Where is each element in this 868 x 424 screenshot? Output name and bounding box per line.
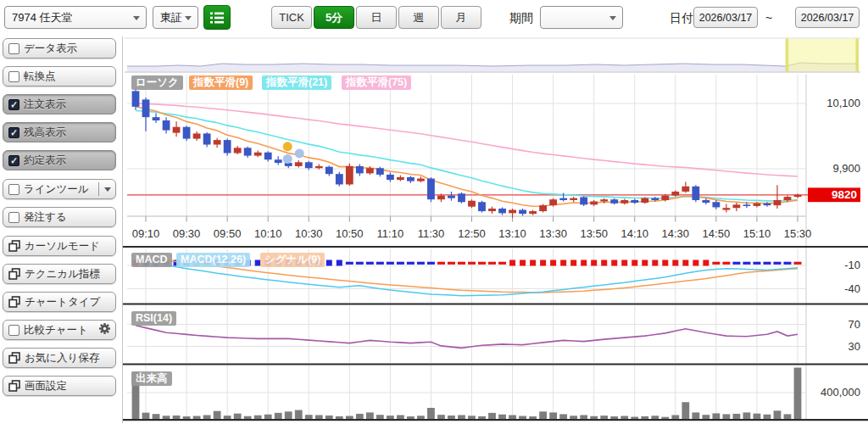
sidebar-item-label: 残高表示: [24, 126, 66, 140]
sidebar-item-label: 約定表示: [24, 153, 66, 168]
macd-legend-1: MACD(12,26): [176, 253, 250, 267]
save-favorite-icon: [8, 352, 20, 364]
main-legend-3: 指数平滑(75): [342, 75, 411, 90]
rsi-line: [136, 326, 798, 349]
chart-area[interactable]: 09:1009:3009:5010:1010:3010:5011:1011:30…: [122, 36, 868, 423]
sidebar-item-label: チャートタイプ: [25, 295, 100, 310]
svg-text:09:30: 09:30: [173, 227, 201, 240]
svg-text:10:10: 10:10: [254, 227, 282, 240]
interval-button-group: TICK5分日週月: [271, 6, 483, 29]
sidebar-item-save-favorite[interactable]: お気に入り保存: [3, 348, 116, 368]
turning-point-checkbox[interactable]: [8, 71, 19, 82]
execution-display-checkbox[interactable]: ✓: [8, 155, 19, 166]
technical-indicators-icon: [8, 268, 20, 280]
compare-chart-settings-button[interactable]: [98, 322, 111, 338]
sidebar-item-cursor-mode[interactable]: カーソルモード: [3, 236, 116, 256]
navigator: [125, 38, 860, 72]
svg-text:15:30: 15:30: [784, 227, 812, 240]
date-to-input[interactable]: 2026/03/17: [795, 7, 860, 28]
execution-marker: [283, 142, 292, 151]
interval-button-週[interactable]: 週: [398, 6, 439, 29]
rsi-legend-0: RSI(14): [131, 311, 176, 326]
sidebar-item-label: 画面設定: [25, 379, 67, 393]
panel-separator: [123, 419, 868, 421]
svg-text:13:30: 13:30: [539, 227, 567, 240]
watchlist-button[interactable]: [203, 5, 231, 30]
balance-display-checkbox[interactable]: ✓: [8, 127, 19, 138]
market-selector-value: 東証: [160, 10, 182, 25]
main-legend-2: 指数平滑(21): [262, 75, 331, 90]
sidebar-item-compare-chart[interactable]: 比較チャート: [3, 320, 116, 340]
data-display-checkbox[interactable]: [8, 43, 19, 54]
date-range-tilde: ~: [765, 11, 772, 25]
svg-text:15:10: 15:10: [743, 227, 771, 240]
sidebar-item-label: カーソルモード: [25, 239, 100, 254]
svg-text:14:30: 14:30: [662, 227, 690, 240]
sidebar-item-balance-display[interactable]: ✓残高表示: [3, 122, 116, 142]
date-label: 日付: [670, 11, 693, 26]
line-tool-checkbox[interactable]: [8, 184, 19, 195]
svg-text:14:10: 14:10: [620, 227, 648, 240]
sidebar-item-order-display[interactable]: ✓注文表示: [3, 94, 116, 114]
gear-icon: [98, 322, 111, 338]
list-icon: [209, 11, 225, 25]
sidebar-item-place-order[interactable]: 発注する: [3, 207, 116, 227]
svg-text:30: 30: [849, 340, 860, 353]
svg-text:70: 70: [849, 318, 860, 331]
chevron-down-icon: [133, 16, 140, 20]
order-display-checkbox[interactable]: ✓: [8, 99, 19, 110]
volume-legend-0: 出来高: [131, 371, 172, 386]
sidebar-item-execution-display[interactable]: ✓約定表示: [3, 150, 116, 170]
cursor-mode-icon: [8, 240, 20, 252]
sidebar-item-line-tool[interactable]: ラインツール: [3, 179, 116, 199]
sidebar-item-label: 転換点: [24, 70, 56, 84]
screen-settings-icon: [8, 380, 20, 392]
sidebar-item-screen-settings[interactable]: 画面設定: [3, 376, 116, 396]
svg-text:13:10: 13:10: [498, 227, 526, 240]
svg-text:11:10: 11:10: [377, 227, 404, 240]
chevron-down-icon: [185, 16, 192, 20]
interval-button-TICK[interactable]: TICK: [271, 6, 312, 29]
svg-text:-10: -10: [844, 259, 860, 271]
date-from-input[interactable]: 2026/03/17: [693, 7, 758, 28]
stock-selector[interactable]: 7974 任天堂: [4, 6, 147, 29]
period-label: 期間: [509, 11, 533, 26]
sidebar-item-data-display[interactable]: データ表示: [3, 38, 116, 59]
sidebar-item-label: 比較チャート: [24, 323, 88, 338]
price-chart-svg: 09:1009:3009:5010:1010:3010:5011:1011:30…: [123, 36, 868, 423]
compare-chart-checkbox[interactable]: [8, 325, 19, 336]
interval-button-月[interactable]: 月: [441, 6, 481, 29]
sidebar-item-label: テクニカル指標: [25, 267, 100, 282]
navigator-handle-left[interactable]: [786, 39, 789, 72]
sidebar-item-turning-point[interactable]: 転換点: [3, 66, 116, 86]
volume-bars: [132, 368, 802, 419]
interval-button-5分[interactable]: 5分: [314, 6, 354, 29]
svg-text:9820: 9820: [832, 188, 857, 201]
line-tool-dropdown[interactable]: [95, 182, 111, 196]
svg-text:09:50: 09:50: [214, 227, 242, 240]
market-selector[interactable]: 東証: [153, 6, 198, 29]
navigator-selection[interactable]: [786, 39, 859, 72]
svg-text:10:50: 10:50: [336, 227, 364, 240]
sidebar-item-chart-type[interactable]: チャートタイプ: [3, 292, 116, 312]
main-legend-0: ローソク: [131, 75, 183, 90]
interval-button-日[interactable]: 日: [356, 6, 397, 29]
navigator-handle-right[interactable]: [856, 39, 860, 72]
period-selector[interactable]: [540, 6, 623, 29]
svg-text:14:50: 14:50: [703, 227, 731, 240]
current-price-badge: 9820: [808, 187, 860, 202]
svg-text:12:50: 12:50: [458, 227, 486, 240]
sidebar-item-label: 発注する: [24, 210, 67, 225]
panel-separator: [123, 364, 868, 365]
chevron-down-icon: [104, 187, 111, 192]
panel-separator: [123, 304, 868, 305]
svg-text:11:30: 11:30: [418, 227, 445, 240]
svg-text:9,900: 9,900: [832, 162, 860, 175]
panel-separator: [123, 246, 868, 248]
chevron-down-icon: [609, 16, 616, 20]
place-order-checkbox[interactable]: [8, 212, 19, 223]
svg-text:-40: -40: [844, 282, 860, 295]
sidebar-item-technical-indicators[interactable]: テクニカル指標: [3, 264, 116, 284]
execution-marker: [295, 148, 304, 158]
svg-text:10,100: 10,100: [826, 97, 860, 109]
